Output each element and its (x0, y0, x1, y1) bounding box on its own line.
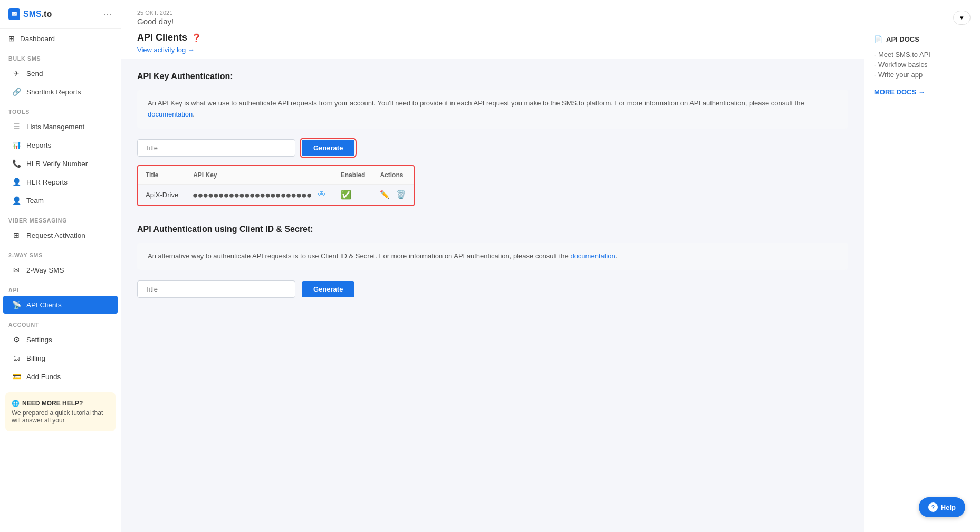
section-label-tools: TOOLS (0, 101, 121, 117)
more-docs-link[interactable]: MORE DOCS → (874, 88, 925, 96)
sidebar: ✉ SMS.to ⋯ ⊞ Dashboard BULK SMS ✈ Send 🔗… (0, 0, 121, 532)
logo-label: SMS.to (23, 9, 52, 19)
api-key-generate-button[interactable]: Generate (302, 140, 354, 156)
sidebar-item-label: Request Activation (26, 231, 85, 239)
sidebar-more-button[interactable]: ⋯ (103, 8, 112, 20)
enabled-check-icon: ✅ (341, 190, 351, 199)
sidebar-section-account: ACCOUNT ⚙ Settings 🗂 Billing 💳 Add Funds (0, 314, 121, 386)
send-icon: ✈ (12, 69, 21, 78)
view-activity-log-link[interactable]: View activity log → (137, 46, 195, 54)
sidebar-item-label: Reports (26, 141, 51, 149)
shortlink-icon: 🔗 (12, 88, 21, 96)
api-key-doc-link[interactable]: documentation (148, 110, 193, 118)
right-panel: ▾ 📄 API DOCS - Meet SMS.to API - Workflo… (864, 0, 980, 532)
settings-icon: ⚙ (12, 335, 21, 344)
generate-button-wrapper: Generate (302, 140, 354, 156)
col-title: Title (138, 166, 186, 185)
hlr-reports-icon: 👤 (12, 178, 21, 186)
client-secret-title-input[interactable] (137, 280, 295, 298)
sidebar-item-lists-management[interactable]: ☰ Lists Management (3, 118, 118, 136)
delete-icon[interactable]: 🗑️ (396, 190, 406, 199)
sidebar-section-2way: 2-WAY SMS ✉ 2-Way SMS (0, 245, 121, 279)
row-title: ApiX-Drive (138, 184, 186, 205)
top-dropdown-button[interactable]: ▾ (953, 11, 971, 25)
sidebar-logo: ✉ SMS.to ⋯ (0, 0, 121, 29)
api-key-generate-row: Generate (137, 139, 848, 157)
client-secret-info-text: An alternative way to authenticate API r… (148, 252, 569, 260)
client-secret-section-title: API Authentication using Client ID & Sec… (137, 225, 848, 234)
table-row: ApiX-Drive ●●●●●●●●●●●●●●●●●●●●●●● 👁 ✅ ✏… (138, 184, 414, 205)
api-docs-list: - Meet SMS.to API - Workflow basics - Wr… (874, 50, 971, 80)
row-actions: ✏️ 🗑️ (372, 184, 414, 205)
doc-icon: 📄 (874, 35, 882, 43)
billing-icon: 🗂 (12, 354, 21, 362)
logo-dot: .to (42, 9, 52, 18)
sidebar-item-label: 2-Way SMS (26, 266, 64, 274)
row-api-key: ●●●●●●●●●●●●●●●●●●●●●●● 👁 (186, 184, 333, 205)
sidebar-item-hlr-verify[interactable]: 📞 HLR Verify Number (3, 154, 118, 172)
reports-icon: 📊 (12, 141, 21, 149)
client-secret-info-box: An alternative way to authenticate API r… (137, 243, 848, 270)
need-help-text: We prepared a quick tutorial that will a… (12, 409, 109, 424)
request-activation-icon: ⊞ (12, 231, 21, 239)
chevron-down-icon: ▾ (960, 14, 964, 22)
section-label-api: API (0, 279, 121, 295)
sidebar-item-settings[interactable]: ⚙ Settings (3, 331, 118, 349)
toggle-visibility-icon[interactable]: 👁 (318, 190, 326, 199)
2way-sms-icon: ✉ (12, 266, 21, 274)
api-docs-title: 📄 API DOCS (874, 35, 971, 43)
main-body: API Key Authentication: An API Key is wh… (121, 59, 864, 532)
api-key-title-input[interactable] (137, 139, 295, 157)
section-label-account: ACCOUNT (0, 314, 121, 330)
sidebar-item-label: Add Funds (26, 373, 61, 381)
sidebar-item-api-clients[interactable]: 📡 API Clients (3, 296, 118, 314)
hlr-verify-icon: 📞 (12, 159, 21, 168)
sidebar-item-2way-sms[interactable]: ✉ 2-Way SMS (3, 261, 118, 279)
need-help-box: 🌐 NEED MORE HELP? We prepared a quick tu… (5, 392, 116, 431)
client-secret-section: API Authentication using Client ID & Sec… (137, 225, 848, 298)
help-fab-icon: ? (928, 502, 938, 512)
page-title: API Clients (137, 32, 187, 43)
sidebar-item-label: Team (26, 197, 44, 205)
help-circle-icon[interactable]: ❓ (191, 33, 201, 43)
main-content: 25 OKT. 2021 Good day! API Clients ❓ Vie… (121, 0, 864, 532)
sidebar-item-request-activation[interactable]: ⊞ Request Activation (3, 226, 118, 244)
sidebar-item-label: Send (26, 70, 43, 78)
section-label-viber: VIBER MESSAGING (0, 210, 121, 226)
team-icon: 👤 (12, 196, 21, 205)
sidebar-item-label: Lists Management (26, 123, 84, 131)
sidebar-item-label: Dashboard (20, 35, 55, 43)
api-docs-item-write: - Write your app (874, 70, 971, 80)
need-help-title: 🌐 NEED MORE HELP? (12, 400, 109, 407)
sidebar-section-bulk-sms: BULK SMS ✈ Send 🔗 Shortlink Reports (0, 48, 121, 101)
sidebar-item-send[interactable]: ✈ Send (3, 64, 118, 82)
sidebar-item-label: HLR Reports (26, 178, 68, 186)
row-enabled: ✅ (333, 184, 373, 205)
sidebar-section-tools: TOOLS ☰ Lists Management 📊 Reports 📞 HLR… (0, 101, 121, 210)
sidebar-item-billing[interactable]: 🗂 Billing (3, 349, 118, 367)
col-actions: Actions (372, 166, 414, 185)
sidebar-item-label: HLR Verify Number (26, 160, 88, 168)
sidebar-item-team[interactable]: 👤 Team (3, 191, 118, 209)
api-key-table: Title API Key Enabled Actions ApiX-Drive… (138, 166, 414, 205)
page-title-row: API Clients ❓ (137, 32, 848, 43)
sidebar-item-dashboard[interactable]: ⊞ Dashboard (0, 29, 121, 48)
logo-icon: ✉ (8, 8, 20, 20)
sidebar-item-label: Settings (26, 336, 52, 344)
sidebar-section-viber: VIBER MESSAGING ⊞ Request Activation (0, 210, 121, 245)
api-docs-item-workflow: - Workflow basics (874, 60, 971, 70)
sidebar-item-shortlink-reports[interactable]: 🔗 Shortlink Reports (3, 83, 118, 101)
sidebar-item-hlr-reports[interactable]: 👤 HLR Reports (3, 173, 118, 191)
edit-icon[interactable]: ✏️ (380, 190, 390, 199)
header-date: 25 OKT. 2021 (137, 9, 848, 16)
help-fab-button[interactable]: ? Help (919, 497, 965, 517)
col-enabled: Enabled (333, 166, 373, 185)
col-api-key: API Key (186, 166, 333, 185)
sidebar-item-label: Billing (26, 354, 45, 362)
client-secret-generate-button[interactable]: Generate (302, 281, 354, 297)
client-secret-doc-link[interactable]: documentation (570, 252, 615, 260)
sidebar-item-add-funds[interactable]: 💳 Add Funds (3, 367, 118, 385)
api-key-section-title: API Key Authentication: (137, 72, 848, 81)
sidebar-item-reports[interactable]: 📊 Reports (3, 136, 118, 154)
logo: ✉ SMS.to (8, 8, 52, 20)
